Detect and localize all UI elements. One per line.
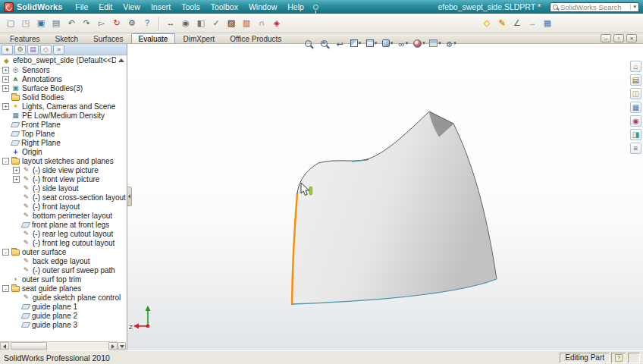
reference-geometry-button[interactable]: ◇ (480, 16, 494, 30)
menu-help[interactable]: Help (282, 2, 309, 12)
zoom-fit-button[interactable] (300, 36, 315, 50)
section-view-button[interactable] (348, 36, 363, 50)
print-button[interactable]: ▤ (49, 17, 63, 30)
featuremanager-tab[interactable]: ♦ (2, 45, 13, 55)
select-button[interactable]: ▻ (95, 17, 108, 30)
tree-item[interactable]: (-) rear leg cutout layout (0, 229, 127, 238)
tab-dimxpert[interactable]: DimXpert (175, 33, 222, 43)
redo-button[interactable]: ↷ (80, 17, 93, 30)
tree-item[interactable]: guide plane 3 (0, 320, 127, 329)
tree-item[interactable]: back edge layout (0, 256, 127, 265)
scroll-down-arrow[interactable] (118, 342, 126, 350)
expander-icon[interactable]: - (2, 158, 9, 165)
smart-dimension-button[interactable]: ∠ (510, 16, 524, 30)
swept-surface-body[interactable] (292, 111, 497, 304)
expander-icon[interactable]: + (2, 67, 9, 74)
expander-icon[interactable]: - (2, 285, 9, 292)
model-canvas[interactable]: Z (127, 44, 643, 350)
display-style-button[interactable] (380, 36, 395, 50)
menu-insert[interactable]: Insert (146, 2, 176, 12)
tree-item[interactable]: (-) seat cross-section layout (0, 193, 127, 202)
tree-item[interactable]: - seat guide planes (0, 284, 127, 293)
zoom-area-button[interactable] (316, 36, 331, 50)
apply-scene-button[interactable] (428, 36, 443, 50)
scroll-left-arrow[interactable] (0, 342, 9, 350)
pin-icon[interactable] (313, 5, 318, 10)
expander-icon[interactable]: + (2, 85, 9, 92)
tree-item[interactable]: Front Plane (0, 120, 127, 129)
menu-toolbox[interactable]: Toolbox (205, 2, 243, 12)
tab-evaluate[interactable]: Evaluate (131, 33, 176, 43)
collapse-tree-icon[interactable] (118, 58, 124, 62)
design-library-button[interactable]: ▤ (630, 74, 641, 86)
scroll-right-arrow[interactable] (108, 342, 118, 350)
view-palette-button[interactable]: ▦ (630, 102, 641, 113)
expander-icon[interactable]: + (13, 167, 20, 174)
menu-tools[interactable]: Tools (176, 2, 205, 12)
previous-view-button[interactable] (332, 36, 347, 50)
tree-item[interactable]: (-) front layout (0, 202, 127, 211)
menu-window[interactable]: Window (243, 2, 282, 12)
panel-tabs-overflow[interactable]: » (53, 45, 64, 55)
open-button[interactable]: ◳ (19, 17, 33, 30)
tree-item[interactable]: Solid Bodies (0, 93, 127, 102)
custom-properties-button[interactable]: ≡ (630, 143, 641, 154)
tree-item[interactable]: + Lights, Cameras and Scene (0, 102, 127, 111)
curvature-button[interactable]: ∩ (255, 17, 268, 30)
new-button[interactable]: ▢ (4, 17, 17, 30)
section-properties-button[interactable]: ◧ (194, 17, 208, 30)
tree-item[interactable]: + (-) front view picture (0, 174, 127, 184)
tab-features[interactable]: Features (2, 33, 47, 43)
dimxpertmanager-tab[interactable]: ◇ (40, 45, 52, 55)
save-button[interactable]: ▣ (34, 17, 48, 30)
scenes-button[interactable]: ◨ (630, 129, 641, 140)
measure-button[interactable]: ↔ (164, 17, 177, 30)
scrollbar-thumb[interactable] (11, 342, 47, 350)
sketch-button[interactable]: ✎ (495, 16, 509, 30)
check-entity-button[interactable]: ✓ (209, 17, 223, 30)
help-button[interactable]: ? (140, 17, 154, 30)
solidworks-resources-button[interactable]: ⌂ (630, 61, 641, 72)
menu-edit[interactable]: Edit (93, 2, 118, 12)
tree-item[interactable]: guide plane 1 (0, 302, 127, 311)
quick-tips-icon[interactable] (615, 354, 623, 362)
zebra-stripes-button[interactable]: ▨ (224, 17, 238, 30)
file-explorer-button[interactable]: ◫ (630, 88, 641, 99)
tree-item[interactable]: (-) front leg cutout layout (0, 238, 127, 247)
tree-item[interactable]: bottom perimeter layout (0, 211, 127, 220)
expander-icon[interactable]: + (2, 76, 9, 83)
tree-item[interactable]: front plane at front legs (0, 220, 127, 229)
move-copy-button[interactable]: → (525, 16, 539, 30)
material-properties-button[interactable]: ◈ (270, 17, 284, 30)
tree-item[interactable]: (-) side layout (0, 184, 127, 193)
configurationmanager-tab[interactable]: ▤ (27, 45, 39, 55)
draft-analysis-button[interactable]: ▥ (240, 17, 253, 30)
tree-item[interactable]: Right Plane (0, 138, 127, 147)
tab-surfaces[interactable]: Surfaces (86, 33, 130, 43)
expander-icon[interactable]: - (2, 249, 9, 256)
tree-item[interactable]: (-) outer surf sweep path (0, 265, 127, 275)
undo-button[interactable]: ↶ (64, 17, 78, 30)
tree-item[interactable]: + Sensors (0, 65, 127, 74)
propertymanager-tab[interactable]: ⚙ (14, 45, 26, 55)
view-settings-button[interactable] (444, 36, 459, 50)
view-orientation-button[interactable] (364, 36, 379, 50)
minimize-button[interactable]: – (601, 34, 611, 42)
tree-item[interactable]: - layout sketches and planes (0, 156, 127, 165)
scrollbar-track[interactable] (47, 342, 108, 350)
expander-icon[interactable]: + (2, 103, 9, 110)
tree-item[interactable]: PE Low/Medium Density (0, 111, 127, 120)
rebuild-button[interactable]: ↻ (110, 17, 124, 30)
tab-office-products[interactable]: Office Products (222, 33, 289, 43)
hide-show-items-button[interactable] (396, 36, 411, 50)
tree-item[interactable]: - outer surface (0, 247, 127, 256)
mass-properties-button[interactable]: ◉ (179, 17, 193, 30)
tree-item[interactable]: guide sketch plane control (0, 293, 127, 302)
appearances-button[interactable]: ◉ (630, 115, 641, 127)
restore-button[interactable]: ▫ (613, 34, 624, 42)
tab-sketch[interactable]: Sketch (47, 33, 86, 43)
tree-item[interactable]: + Annotations (0, 74, 127, 83)
search-dropdown-icon[interactable] (630, 4, 636, 10)
tree-item[interactable]: Top Plane (0, 129, 127, 138)
tree-item[interactable]: + Surface Bodies(3) (0, 83, 127, 93)
